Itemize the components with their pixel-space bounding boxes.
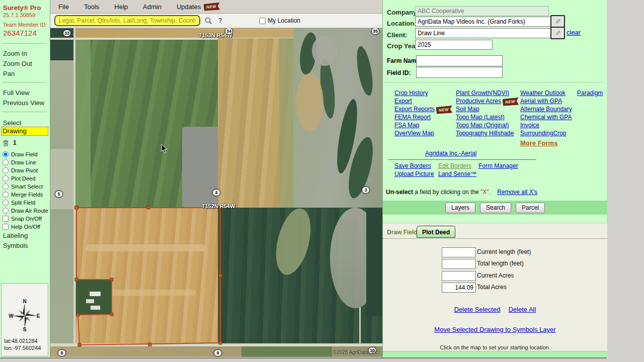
link-plant-growth-ndvi[interactable]: Plant Growth(NDVI) <box>456 89 509 97</box>
link-fsa-map[interactable]: FSA Map <box>394 122 419 129</box>
full-view-tool[interactable]: Full View <box>3 89 30 97</box>
link-export[interactable]: Export <box>394 98 412 105</box>
trash-icon[interactable] <box>3 139 9 148</box>
client-edit-button[interactable] <box>550 27 565 39</box>
radio-merge-fields-input[interactable] <box>3 192 9 198</box>
radio-draw-line[interactable]: Draw Line <box>3 159 36 166</box>
radio-split-field-input[interactable] <box>3 200 9 206</box>
land-sense-link[interactable]: Land Sense™ <box>438 170 476 177</box>
layers-button[interactable]: Layers <box>445 203 475 213</box>
delete-selected-link[interactable]: Delete Selected <box>454 306 501 313</box>
field-id-field[interactable] <box>416 67 503 78</box>
link-export-reports[interactable]: Export Reports <box>394 106 435 113</box>
menu-admin[interactable]: Admin <box>143 3 162 11</box>
previous-view-tool[interactable]: Previous View <box>3 99 44 107</box>
menu-tools[interactable]: Tools <box>84 3 99 11</box>
radio-plot-deed-input[interactable] <box>3 175 9 182</box>
farm-name-field[interactable] <box>416 55 503 66</box>
radio-draw-air-route[interactable]: Draw Air Route <box>3 207 48 214</box>
edit-borders-link[interactable]: Edit Borders <box>438 162 471 169</box>
location-edit-button[interactable] <box>550 15 565 28</box>
radio-split-field[interactable]: Split Field <box>3 199 35 206</box>
form-manager-link[interactable]: Form Manager <box>478 162 518 169</box>
menu-updates[interactable]: Updates <box>177 3 201 11</box>
radio-draw-air-route-input[interactable] <box>3 208 9 214</box>
tab-plot-deed[interactable]: Plot Deed <box>417 226 455 238</box>
left-sidebar: Surety® Pro 25.7.1.30859 Team Member ID:… <box>0 0 50 357</box>
more-forms-link[interactable]: More Forms <box>520 139 557 147</box>
my-location-checkbox[interactable] <box>259 18 266 24</box>
check-help[interactable]: Help On/Off <box>3 223 40 230</box>
delete-all-link[interactable]: Delete All <box>508 306 536 313</box>
remove-all-xs-link[interactable]: Remove all X's <box>497 189 537 196</box>
map-search-input[interactable] <box>54 15 200 26</box>
radio-draw-pivot-input[interactable] <box>3 167 9 173</box>
zoom-out-tool[interactable]: Zoom Out <box>3 60 32 67</box>
link-topo-map-latest[interactable]: Topo Map (Latest) <box>456 114 505 121</box>
drawing-tool-active[interactable]: Drawing <box>1 127 48 136</box>
agridata-aerial-link[interactable]: Agridata Inc.-Aerial <box>425 150 476 157</box>
save-borders-link[interactable]: Save Borders <box>394 162 431 169</box>
panel-button-band: Layers Search Parcel <box>383 201 607 215</box>
radio-draw-pivot[interactable]: Draw Pivot <box>3 167 38 174</box>
section-marker-9: 9 <box>214 349 222 356</box>
current-length-field[interactable] <box>442 247 476 257</box>
my-location-toggle[interactable]: My Location <box>257 16 300 26</box>
link-chemical-with-gpa[interactable]: Chemical with GPA <box>520 114 572 121</box>
link-overview-map[interactable]: OverView Map <box>394 130 434 137</box>
link-aerial-with-gpa[interactable]: Aerial with GPA <box>520 98 562 105</box>
radio-draw-field[interactable]: Draw Field <box>3 151 38 158</box>
links-column-2: Plant Growth(NDVI) Productive Acres NEW … <box>456 89 519 138</box>
link-alternate-boundary[interactable]: Alternate Boundary <box>520 106 572 113</box>
client-clear-link[interactable]: clear <box>567 29 581 36</box>
tab-draw-field[interactable]: Draw Field <box>387 229 418 236</box>
link-paradigm[interactable]: Paradigm <box>577 89 603 97</box>
link-crop-history[interactable]: Crop History <box>394 89 428 97</box>
radio-merge-fields[interactable]: Merge Fields <box>3 191 43 198</box>
current-acres-field[interactable] <box>442 271 476 281</box>
check-help-input[interactable] <box>3 224 9 230</box>
radio-plot-deed[interactable]: Plot Deed <box>3 175 35 182</box>
menu-help[interactable]: Help <box>114 3 128 11</box>
crop-year-field[interactable] <box>415 40 493 50</box>
total-acres-field[interactable] <box>442 283 476 293</box>
link-productive-acres[interactable]: Productive Acres <box>456 98 501 105</box>
check-snap-input[interactable] <box>3 216 9 222</box>
radio-draw-line-input[interactable] <box>3 159 9 165</box>
select-tool[interactable]: Select <box>3 119 21 127</box>
search-icon[interactable] <box>204 17 212 25</box>
menu-file[interactable]: File <box>58 3 69 11</box>
help-icon[interactable]: ? <box>218 17 222 24</box>
link-weather-outlook[interactable]: Weather Outlook <box>520 89 566 97</box>
upload-picture-link[interactable]: Upload Picture <box>394 170 434 177</box>
tab-strip: Draw Field Plot Deed <box>383 223 607 239</box>
link-fema-report[interactable]: FEMA Report <box>394 114 431 121</box>
search-button[interactable]: Search <box>480 203 511 213</box>
client-field[interactable] <box>415 28 551 38</box>
pencil-icon <box>555 18 560 25</box>
map-viewport[interactable]: T153N R54W T152N R54W 33 34 35 5 4 3 8 9… <box>50 28 382 357</box>
link-surroundingcrop[interactable]: SurroundingCrop <box>520 130 566 137</box>
check-snap[interactable]: Snap On/Off <box>3 215 42 222</box>
location-label: Location: <box>387 20 417 27</box>
links-column-1: Crop History Export Export Reports NEW F… <box>394 89 453 138</box>
pan-tool[interactable]: Pan <box>3 70 15 77</box>
parcel-button[interactable]: Parcel <box>516 203 545 213</box>
zoom-in-tool[interactable]: Zoom In <box>3 50 27 57</box>
link-invoice[interactable]: Invoice <box>520 122 539 129</box>
radio-draw-field-input[interactable] <box>3 151 9 157</box>
radio-smart-select-input[interactable] <box>3 184 9 190</box>
radio-smart-select[interactable]: Smart Select <box>3 183 43 190</box>
link-soil-map[interactable]: Soil Map <box>456 106 479 113</box>
current-acres-label: Current Acres <box>477 272 514 279</box>
right-panel: Company: Location: Client: clear Crop Ye… <box>382 0 607 357</box>
move-to-symbols-layer-link[interactable]: Move Selected Drawing to Symbols Layer <box>434 326 555 333</box>
labeling-tool[interactable]: Labeling <box>3 232 28 239</box>
location-field[interactable] <box>415 17 551 27</box>
total-length-label: Total length (feet) <box>477 260 524 267</box>
compass-panel: N W E S lat:48.021284 lon:-97.560244 <box>1 283 48 356</box>
link-topo-map-original[interactable]: Topo Map (Original) <box>456 122 509 129</box>
total-length-field[interactable] <box>442 259 476 269</box>
symbols-tool[interactable]: Symbols <box>3 242 28 249</box>
link-topography-hillshade[interactable]: Topography Hillshade <box>456 130 514 137</box>
